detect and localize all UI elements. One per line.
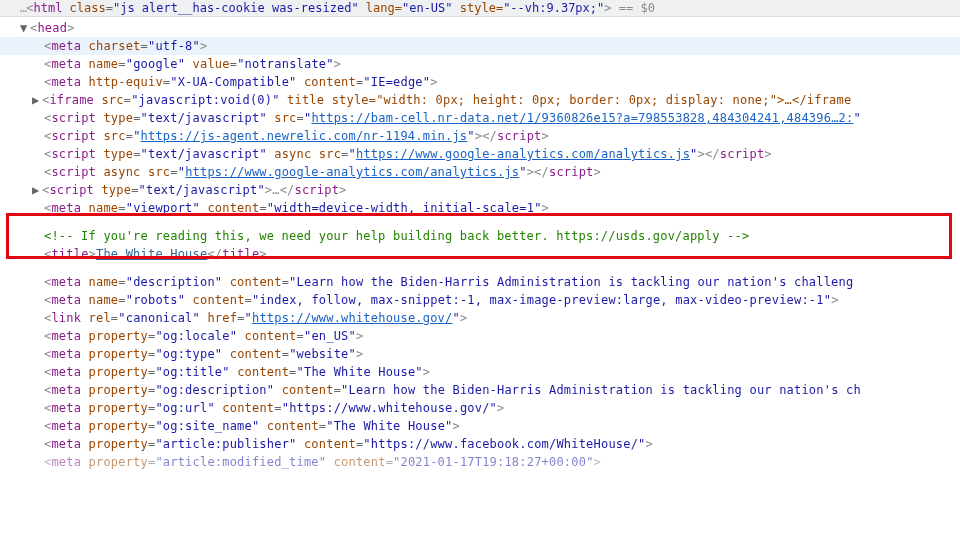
script-ga2[interactable]: <script async src="https://www.google-an…	[0, 163, 960, 181]
meta-description[interactable]: <meta name="description" content="Learn …	[0, 273, 960, 291]
iframe-line[interactable]: ▶<iframe src="javascript:void(0)" title …	[0, 91, 960, 109]
meta-ogurl[interactable]: <meta property="og:url" content="https:/…	[0, 399, 960, 417]
meta-ogtitle[interactable]: <meta property="og:title" content="The W…	[0, 363, 960, 381]
meta-google[interactable]: <meta name="google" value="notranslate">	[0, 55, 960, 73]
script-inline[interactable]: ▶<script type="text/javascript">…</scrip…	[0, 181, 960, 199]
meta-publisher[interactable]: <meta property="article:publisher" conte…	[0, 435, 960, 453]
script-ga1[interactable]: <script type="text/javascript" async src…	[0, 145, 960, 163]
meta-ogsite[interactable]: <meta property="og:site_name" content="T…	[0, 417, 960, 435]
link-url[interactable]: https://www.whitehouse.gov/	[252, 311, 452, 325]
selected-element-summary: …<html class="js alert__has-cookie was-r…	[0, 0, 960, 17]
meta-ogdesc[interactable]: <meta property="og:description" content=…	[0, 381, 960, 399]
meta-oglocale[interactable]: <meta property="og:locale" content="en_U…	[0, 327, 960, 345]
link-canonical[interactable]: <link rel="canonical" href="https://www.…	[0, 309, 960, 327]
meta-ogtype[interactable]: <meta property="og:type" content="websit…	[0, 345, 960, 363]
link-url[interactable]: https://bam-cell.nr-data.net/1/9360826e1…	[311, 111, 853, 125]
meta-xua[interactable]: <meta http-equiv="X-UA-Compatible" conte…	[0, 73, 960, 91]
collapsed-arrow-icon[interactable]: ▶	[32, 181, 42, 199]
link-url[interactable]: https://js-agent.newrelic.com/nr-1194.mi…	[141, 129, 468, 143]
expand-arrow-icon[interactable]: ▼	[20, 19, 30, 37]
meta-robots[interactable]: <meta name="robots" content="index, foll…	[0, 291, 960, 309]
script-newrelic[interactable]: <script src="https://js-agent.newrelic.c…	[0, 127, 960, 145]
highlight-rectangle	[6, 213, 952, 259]
meta-modified[interactable]: <meta property="article:modified_time" c…	[0, 453, 960, 471]
script-nrdata[interactable]: <script type="text/javascript" src="http…	[0, 109, 960, 127]
link-url[interactable]: https://www.google-analytics.com/analyti…	[356, 147, 690, 161]
meta-charset[interactable]: <meta charset="utf-8">	[0, 37, 960, 55]
head-open[interactable]: ▼<head>	[0, 19, 960, 37]
link-url[interactable]: https://www.google-analytics.com/analyti…	[185, 165, 519, 179]
dom-tree[interactable]: ▼<head> <meta charset="utf-8"> <meta nam…	[0, 17, 960, 471]
collapsed-arrow-icon[interactable]: ▶	[32, 91, 42, 109]
